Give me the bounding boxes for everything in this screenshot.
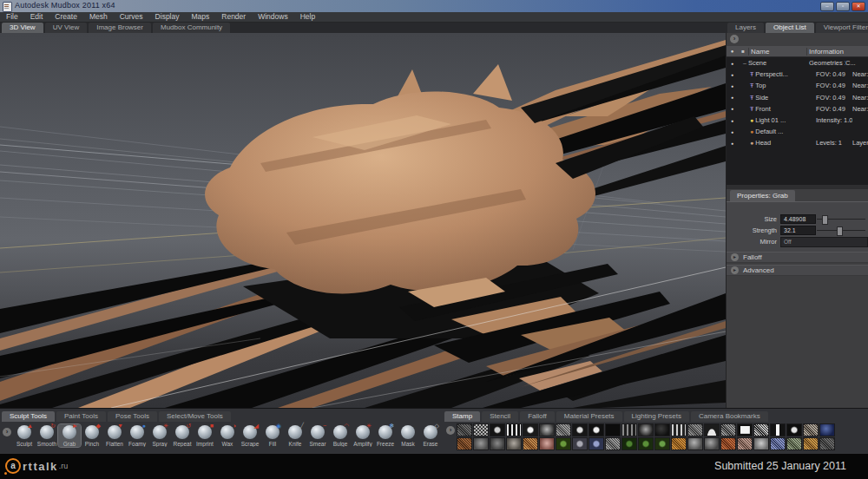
menu-mesh[interactable]: Mesh bbox=[83, 12, 114, 22]
tool-pinch[interactable]: ◆Pinch bbox=[81, 424, 103, 447]
expand-arrow-icon[interactable]: ► bbox=[731, 253, 739, 261]
tool-erase[interactable]: ◇Erase bbox=[419, 424, 442, 447]
stamp-thumbnail-2-10[interactable] bbox=[605, 437, 621, 450]
visibility-dot[interactable]: ● bbox=[727, 106, 738, 111]
stamp-thumbnail-2-23[interactable] bbox=[819, 437, 835, 450]
object-row-side[interactable]: ●ŦSideFOV: 0.49Near: ... bbox=[727, 92, 868, 103]
stamp-thumbnail-2-12[interactable] bbox=[638, 437, 654, 450]
tool-wax[interactable]: ◑Wax bbox=[216, 424, 239, 447]
panel-tab-layers[interactable]: Layers bbox=[727, 23, 764, 33]
menu-create[interactable]: Create bbox=[49, 12, 83, 22]
visibility-dot[interactable]: ● bbox=[727, 83, 738, 89]
visibility-dot[interactable]: ● bbox=[727, 61, 738, 66]
panel-expand-icon[interactable]: › bbox=[730, 35, 739, 43]
stamp-thumbnail-2-2[interactable] bbox=[473, 437, 489, 450]
tool-tab-sculpt-tools[interactable]: Sculpt Tools bbox=[2, 411, 55, 422]
tool-bulge[interactable]: ◠Bulge bbox=[329, 424, 352, 447]
menu-help[interactable]: Help bbox=[294, 12, 321, 22]
slider-handle[interactable] bbox=[837, 226, 843, 236]
menu-file[interactable]: File bbox=[0, 12, 24, 22]
menu-edit[interactable]: Edit bbox=[24, 12, 49, 22]
tool-foamy[interactable]: ●Foamy bbox=[126, 424, 148, 447]
stamp-thumbnail-1-12[interactable] bbox=[638, 423, 654, 436]
tool-scrape[interactable]: ◢Scrape bbox=[239, 424, 261, 447]
object-row-top[interactable]: ●ŦTopFOV: 0.49Near: ... bbox=[727, 80, 868, 91]
stamp-thumbnail-2-18[interactable] bbox=[737, 437, 753, 450]
stamp-thumbnail-2-7[interactable] bbox=[556, 437, 571, 450]
tool-sculpt[interactable]: ▲Sculpt bbox=[13, 424, 36, 447]
panel-tab-object-list[interactable]: Object List bbox=[766, 23, 814, 33]
preset-tab-camera-bookmarks[interactable]: Camera Bookmarks bbox=[691, 411, 768, 422]
stamp-thumbnail-1-6[interactable] bbox=[539, 423, 555, 436]
tool-fill[interactable]: ◉Fill bbox=[261, 424, 284, 447]
stamp-thumbnail-1-7[interactable] bbox=[556, 423, 571, 436]
stamp-thumbnail-1-15[interactable] bbox=[687, 423, 703, 436]
slider-handle[interactable] bbox=[822, 215, 828, 225]
stamp-thumbnail-1-17[interactable] bbox=[720, 423, 736, 436]
visibility-dot[interactable]: ● bbox=[727, 129, 738, 135]
stamp-thumbnail-2-6[interactable] bbox=[539, 437, 555, 450]
stamp-thumbnail-1-19[interactable] bbox=[753, 423, 769, 436]
tool-tray-expand-icon[interactable]: › bbox=[3, 428, 11, 436]
stamp-thumbnail-2-19[interactable] bbox=[753, 437, 769, 450]
name-column-header[interactable]: Name bbox=[748, 48, 806, 56]
preset-tab-stamp[interactable]: Stamp bbox=[444, 411, 480, 422]
stamp-thumbnail-2-16[interactable] bbox=[704, 437, 720, 450]
viewport-canvas[interactable] bbox=[0, 33, 726, 408]
stamp-thumbnail-1-2[interactable] bbox=[473, 423, 489, 436]
object-row-front[interactable]: ●ŦFrontFOV: 0.49Near: ... bbox=[727, 103, 868, 115]
stamp-thumbnail-2-13[interactable] bbox=[654, 437, 670, 450]
menu-render[interactable]: Render bbox=[215, 12, 252, 22]
visibility-dot[interactable]: ● bbox=[727, 118, 738, 123]
menu-display[interactable]: Display bbox=[149, 12, 186, 22]
visibility-dot[interactable]: ● bbox=[727, 95, 738, 100]
tool-freeze[interactable]: ❄Freeze bbox=[374, 424, 397, 447]
stamp-thumbnail-1-4[interactable] bbox=[506, 423, 522, 436]
preset-tab-material-presets[interactable]: Material Presets bbox=[556, 411, 622, 422]
strength-slider[interactable] bbox=[817, 226, 865, 235]
preset-tab-stencil[interactable]: Stencil bbox=[482, 411, 518, 422]
stamp-thumbnail-1-20[interactable] bbox=[770, 423, 786, 436]
stamp-thumbnail-2-5[interactable] bbox=[523, 437, 538, 450]
tool-grab[interactable]: ►Grab bbox=[58, 424, 81, 447]
tool-mask[interactable]: ◒Mask bbox=[397, 424, 419, 447]
section-falloff[interactable]: ►Falloff bbox=[727, 252, 868, 263]
stamp-thumbnail-2-4[interactable] bbox=[506, 437, 522, 450]
expand-arrow-icon[interactable]: ► bbox=[731, 266, 739, 274]
preset-tab-lighting-presets[interactable]: Lighting Presets bbox=[624, 411, 689, 422]
mirror-dropdown[interactable]: Off bbox=[780, 237, 868, 247]
stamp-thumbnail-1-1[interactable] bbox=[457, 423, 472, 436]
stamp-thumbnail-2-21[interactable] bbox=[786, 437, 802, 450]
stamp-thumbnail-1-22[interactable] bbox=[803, 423, 819, 436]
stamp-thumbnail-1-16[interactable] bbox=[704, 423, 720, 436]
minimize-button[interactable]: – bbox=[820, 2, 834, 11]
stamp-thumbnail-2-1[interactable] bbox=[457, 437, 472, 450]
stamp-thumbnail-2-20[interactable] bbox=[770, 437, 786, 450]
preset-tray-expand-icon[interactable]: › bbox=[446, 426, 455, 435]
visibility-dot[interactable]: ● bbox=[727, 141, 738, 146]
object-row-light-01-[interactable]: ●●Light 01 ...Intensity: 1.00 bbox=[727, 115, 868, 126]
object-row-scene[interactable]: ●–SceneGeometries 1C... bbox=[727, 57, 868, 69]
stamp-thumbnail-2-3[interactable] bbox=[490, 437, 505, 450]
tab-mudbox-community[interactable]: Mudbox Community bbox=[153, 23, 230, 33]
section-advanced[interactable]: ►Advanced bbox=[727, 265, 868, 276]
panel-tab-viewport-filters[interactable]: Viewport Filters bbox=[816, 23, 868, 33]
stamp-thumbnail-2-14[interactable] bbox=[671, 437, 687, 450]
tool-smooth[interactable]: ↻Smooth bbox=[36, 424, 58, 447]
size-value-field[interactable]: 4.48908 bbox=[780, 214, 816, 224]
menu-windows[interactable]: Windows bbox=[252, 12, 293, 22]
stamp-thumbnail-1-3[interactable] bbox=[490, 423, 505, 436]
tool-smear[interactable]: ~Smear bbox=[306, 424, 329, 447]
properties-tab[interactable]: Properties: Grab bbox=[730, 190, 795, 201]
stamp-thumbnail-2-11[interactable] bbox=[621, 437, 637, 450]
stamp-thumbnail-2-15[interactable] bbox=[687, 437, 703, 450]
menu-maps[interactable]: Maps bbox=[185, 12, 215, 22]
stamp-thumbnail-1-23[interactable] bbox=[819, 423, 835, 436]
close-button[interactable]: ✕ bbox=[852, 2, 865, 11]
stamp-thumbnail-1-11[interactable] bbox=[621, 423, 637, 436]
object-row-default-[interactable]: ●●Default ... bbox=[727, 126, 868, 137]
stamp-thumbnail-1-9[interactable] bbox=[589, 423, 604, 436]
maximize-button[interactable]: ▫ bbox=[836, 2, 850, 11]
tool-flatten[interactable]: ▼Flatten bbox=[103, 424, 126, 447]
visibility-dot[interactable]: ● bbox=[727, 72, 738, 77]
